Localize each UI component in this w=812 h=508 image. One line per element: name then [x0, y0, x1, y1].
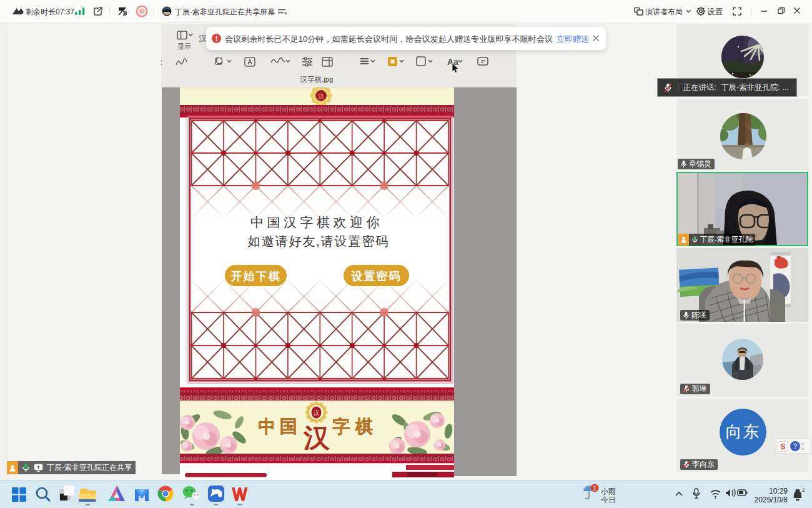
svg-text:设置: 设置	[707, 7, 723, 16]
svg-text:今日: 今日	[601, 496, 616, 504]
svg-text:国: 国	[280, 417, 297, 436]
svg-text:设置密码: 设置密码	[351, 270, 402, 282]
svg-text:1: 1	[593, 485, 597, 492]
svg-text:中: 中	[258, 417, 275, 436]
svg-text:开始下棋: 开始下棋	[230, 270, 281, 282]
svg-text:汉: 汉	[303, 424, 330, 452]
svg-text:显示: 显示	[177, 42, 191, 50]
svg-text:演讲者布局: 演讲者布局	[645, 7, 683, 16]
svg-text:如邀请好友,请设置密码: 如邀请好友,请设置密码	[248, 234, 390, 248]
svg-text:10:29: 10:29	[769, 487, 788, 496]
svg-text:汉: 汉	[314, 410, 319, 416]
svg-text:Z: Z	[802, 487, 805, 493]
svg-text:剩余时长07:37: 剩余时长07:37	[26, 7, 74, 16]
svg-text:丁辰-索非亚孔院正在共享屏幕: 丁辰-索非亚孔院正在共享屏幕	[175, 7, 275, 16]
svg-text:字: 字	[332, 417, 350, 436]
svg-text:小雨: 小雨	[601, 487, 616, 496]
svg-text:中国汉字棋欢迎你: 中国汉字棋欢迎你	[250, 215, 383, 230]
svg-text:汉: 汉	[319, 93, 324, 99]
svg-text:汉字棋.jpg: 汉字棋.jpg	[300, 76, 333, 83]
svg-text:棋: 棋	[355, 417, 373, 436]
svg-text:6: 6	[123, 12, 126, 17]
svg-text:2025/10/8: 2025/10/8	[755, 496, 788, 504]
